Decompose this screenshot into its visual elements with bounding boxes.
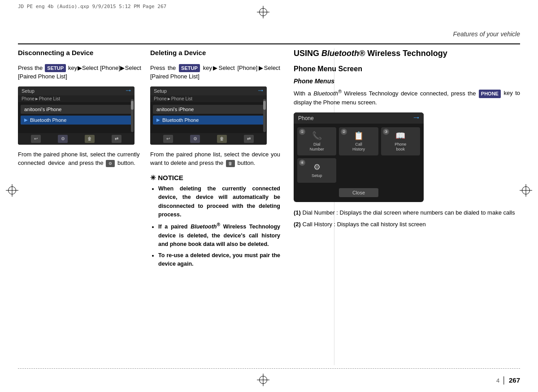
dial-label: DialNumber <box>310 142 324 152</box>
scrollbar-2 <box>263 99 266 132</box>
dial-icon: 📞 <box>312 131 322 141</box>
scrollbar <box>131 99 134 132</box>
delete-btn: 🗑 <box>85 135 95 143</box>
phone-menus-desc: With a Bluetooth® Wireless Technology de… <box>294 87 520 107</box>
delete-press-text: Press the SETUP key▶Select [Phone]▶Selec… <box>150 64 280 81</box>
delete-title: Deleting a Device <box>150 48 280 57</box>
notice-item-1: When deleting the currently connected de… <box>158 185 280 220</box>
pms-header: Phone ⭢ <box>294 112 424 124</box>
delete-btn-2: 🗑 <box>217 135 227 143</box>
screen-subheader-2: Phone►Phone List <box>150 95 267 102</box>
extra-btn: ⇄ <box>112 135 121 143</box>
pms-bt-icon: ⭢ <box>413 115 419 121</box>
settings-btn: ⚙ <box>58 135 68 143</box>
page-title: Features of your vehicle <box>453 30 520 38</box>
cell-num-2: ② <box>341 129 347 135</box>
reg-mark-top <box>252 1 274 23</box>
settings-inline-icon: ⚙ <box>106 160 115 167</box>
screen-item-bt: ▶ Bluetooth Phone <box>21 116 132 125</box>
screen-subheader: Phone►Phone List <box>18 95 134 102</box>
top-rule <box>18 43 520 44</box>
pms-close-row: Close <box>294 186 424 199</box>
disconnect-setup-badge: SETUP <box>45 64 66 73</box>
notice-list: When deleting the currently connected de… <box>150 185 280 269</box>
disconnect-section: Disconnecting a Device Press the SETUP k… <box>18 48 150 365</box>
page-number: 4 │ 267 <box>496 376 520 384</box>
dial-number-desc: (1) Dial Number : Displays the dial scre… <box>294 208 520 217</box>
pms-cell-setup: ④ ⚙ Setup <box>297 158 336 183</box>
back-btn: ↩ <box>31 135 41 143</box>
pms-cell-phonebook: ③ 📖 Phonebook <box>381 127 420 155</box>
delete-inline-icon: 🗑 <box>226 160 235 167</box>
reg-mark-bottom <box>252 369 274 391</box>
using-title: USING Bluetooth® Wireless Technology <box>294 48 520 59</box>
settings-btn-2: ⚙ <box>190 135 200 143</box>
disconnect-screen: Setup ⭢ Phone►Phone List anitooni's iPho… <box>18 86 134 145</box>
delete-screen: Setup ⭢ Phone►Phone List anitooni's iPho… <box>150 86 267 145</box>
screen-header-2: Setup ⭢ <box>150 86 267 95</box>
history-icon: 📋 <box>354 131 364 141</box>
notice-item-3: To re-use a deleted device, you must pai… <box>158 251 280 269</box>
phone-menu-screen-title: Phone Menu Screen <box>294 65 520 73</box>
delete-below-text: From the paired phone list, select the d… <box>150 150 280 168</box>
bluetooth-section: USING Bluetooth® Wireless Technology Pho… <box>289 48 520 365</box>
notice-item-2: If a paired Bluetooth® Wireless Technolo… <box>158 221 280 249</box>
pms-grid: ① 📞 DialNumber ② 📋 CallHistory ③ 📖 Phone… <box>294 124 424 186</box>
delete-screen-item-phone: anitooni's iPhone <box>153 105 264 114</box>
pms-close-btn: Close <box>339 188 378 197</box>
screen-footer-2: ↩ ⚙ 🗑 ⇄ <box>150 133 267 145</box>
back-btn-2: ↩ <box>163 135 173 143</box>
extra-btn-2: ⇄ <box>244 135 254 143</box>
disconnect-press-text: Press the SETUP key▶Select [Phone]▶Selec… <box>18 64 141 81</box>
notice-title: ✳ NOTICE <box>150 174 280 182</box>
delete-screen-item-bt: ▶ Bluetooth Phone <box>153 116 264 125</box>
setup-label: Setup <box>312 173 322 178</box>
phonebook-label: Phonebook <box>395 142 406 152</box>
bluetooth-icon-2: ⭢ <box>258 88 263 94</box>
phone-menus-label: Phone Menus <box>294 78 520 85</box>
call-history-desc: (2) Call History : Displays the call his… <box>294 220 520 229</box>
notice-section: ✳ NOTICE When deleting the currently con… <box>150 174 280 269</box>
phone-menu-screen-graphic: Phone ⭢ ① 📞 DialNumber ② 📋 CallHistory <box>294 112 424 202</box>
phonebook-icon: 📖 <box>395 131 405 141</box>
cell-num-1: ① <box>299 129 305 135</box>
cell-num-4: ④ <box>299 159 305 166</box>
screen-item-phone: anitooni's iPhone <box>21 105 132 114</box>
bottom-rule <box>18 368 520 369</box>
delete-setup-badge: SETUP <box>179 64 200 73</box>
history-label: CallHistory <box>352 142 365 152</box>
print-header: JD PE eng 4b (Audio).qxp 9/9/2015 5:12 P… <box>18 4 166 9</box>
screen-footer: ↩ ⚙ 🗑 ⇄ <box>18 133 134 145</box>
cell-num-3: ③ <box>383 129 389 135</box>
pms-cell-history: ② 📋 CallHistory <box>339 127 378 155</box>
bluetooth-icon: ⭢ <box>126 88 131 94</box>
setup-icon: ⚙ <box>313 162 321 172</box>
screen-header: Setup ⭢ <box>18 86 134 95</box>
delete-section: Deleting a Device Press the SETUP key▶Se… <box>150 48 289 365</box>
pms-cell-dial: ① 📞 DialNumber <box>297 127 336 155</box>
phone-badge: PHONE <box>479 90 501 98</box>
disconnect-title: Disconnecting a Device <box>18 48 141 57</box>
disconnect-below-text: From the paired phone list, select the c… <box>18 150 141 168</box>
